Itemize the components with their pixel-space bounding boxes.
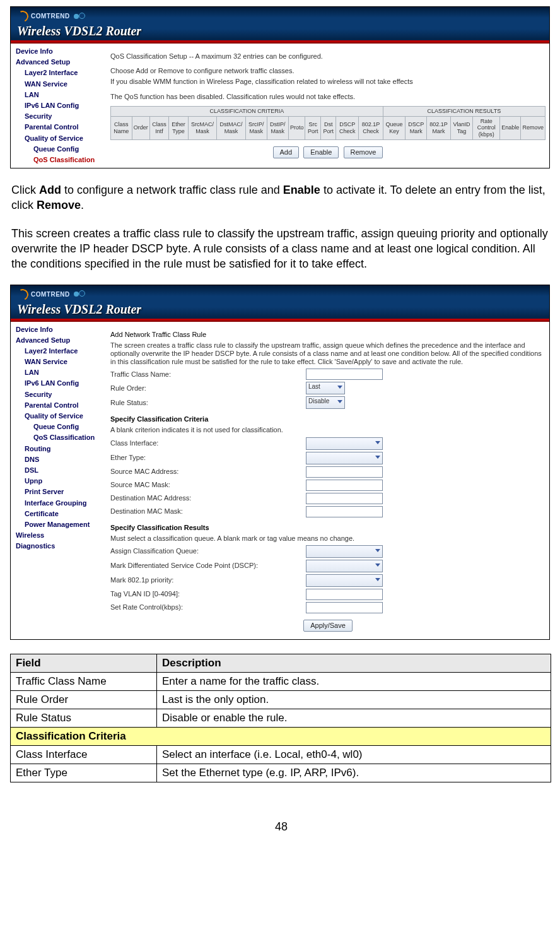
brand-name: COMTREND xyxy=(31,291,70,298)
nav-qos[interactable]: Quality of Service xyxy=(12,411,105,422)
lbl-acq: Assign Classification Queue: xyxy=(110,547,306,555)
col-dstmac: DstMAC/ Mask xyxy=(217,116,246,139)
input-vlan[interactable] xyxy=(306,589,383,600)
nav-advanced-setup[interactable]: Advanced Setup xyxy=(12,57,105,68)
nav-security[interactable]: Security xyxy=(12,389,105,400)
cell-desc: Disable or enable the rule. xyxy=(157,709,551,728)
nav-cert[interactable]: Certificate xyxy=(12,509,105,519)
main-panel: QoS Classification Setup -- A maximum 32… xyxy=(105,44,549,166)
nav-wan[interactable]: WAN Service xyxy=(12,357,105,367)
nav-device-info[interactable]: Device Info xyxy=(12,46,105,57)
lbl-ro: Rule Order: xyxy=(110,384,306,392)
nav-dns[interactable]: DNS xyxy=(12,454,105,465)
nav-lan[interactable]: LAN xyxy=(12,367,105,378)
th-field: Field xyxy=(11,654,157,673)
input-rate[interactable] xyxy=(306,602,383,613)
panel-line1: Choose Add or Remove to configure networ… xyxy=(110,67,545,75)
select-dscp[interactable] xyxy=(306,560,383,572)
nav-upnp[interactable]: Upnp xyxy=(12,476,105,487)
cell-field: Traffic Class Name xyxy=(11,673,157,691)
select-8021p[interactable] xyxy=(306,574,383,587)
bold-add: Add xyxy=(39,184,61,196)
col-srcmac: SrcMAC/ Mask xyxy=(188,116,217,139)
input-dmac[interactable] xyxy=(306,493,383,504)
nav-ipv6[interactable]: IPv6 LAN Config xyxy=(12,100,105,111)
nav-parental[interactable]: Parental Control xyxy=(12,122,105,133)
bold-enable: Enable xyxy=(283,184,320,196)
col-8021pmark: 802.1P Mark xyxy=(427,116,451,139)
select-et[interactable] xyxy=(306,452,383,464)
nav-wireless[interactable]: Wireless xyxy=(12,530,105,541)
nav-qos-classification[interactable]: QoS Classification xyxy=(12,155,105,165)
lbl-ci: Class Interface: xyxy=(110,439,306,447)
enable-button[interactable]: Enable xyxy=(303,146,339,158)
input-smask[interactable] xyxy=(306,480,383,491)
table-row: Rule StatusDisable or enable the rule. xyxy=(11,709,551,728)
panel-heading: QoS Classification Setup -- A maximum 32… xyxy=(110,52,545,61)
product-title: Wireless VDSL2 Router xyxy=(17,23,543,38)
select-ci[interactable] xyxy=(306,437,383,450)
nav-security[interactable]: Security xyxy=(12,111,105,122)
nav-dsl[interactable]: DSL xyxy=(12,465,105,476)
nav-diag[interactable]: Diagnostics xyxy=(12,541,105,552)
lbl-vlan: Tag VLAN ID [0-4094]: xyxy=(110,590,306,598)
header-stripe xyxy=(11,319,549,322)
nav-qos[interactable]: Quality of Service xyxy=(12,133,105,144)
nav-ipv6[interactable]: IPv6 LAN Config xyxy=(12,378,105,389)
table-row: Traffic Class NameEnter a name for the t… xyxy=(11,673,551,691)
txt: Click xyxy=(11,184,39,196)
nav-wan[interactable]: WAN Service xyxy=(12,79,105,90)
nav-layer2[interactable]: Layer2 Interface xyxy=(12,346,105,357)
cell-field: Class Interface xyxy=(11,746,157,764)
remove-button[interactable]: Remove xyxy=(344,146,383,158)
sect-criteria: Specify Classification Criteria xyxy=(110,415,545,423)
apply-save-button[interactable]: Apply/Save xyxy=(303,620,353,632)
add-button[interactable]: Add xyxy=(273,146,300,158)
lbl-8021p: Mark 802.1p priority: xyxy=(110,576,306,584)
page-number: 48 xyxy=(10,820,552,834)
lbl-rs: Rule Status: xyxy=(110,399,306,407)
cell-desc: Select an interface (i.e. Local, eth0-4,… xyxy=(157,746,551,764)
nav-device-info[interactable]: Device Info xyxy=(12,324,105,335)
nav-parental[interactable]: Parental Control xyxy=(12,400,105,411)
nav-queue-config[interactable]: Queue Config xyxy=(12,422,105,432)
cell-desc: Enter a name for the traffic class. xyxy=(157,673,551,691)
lbl-dscp: Mark Differentiated Service Code Point (… xyxy=(110,562,306,570)
panel-line3: The QoS function has been disabled. Clas… xyxy=(110,93,545,101)
nav-print[interactable]: Print Server xyxy=(12,487,105,497)
nav-advanced-setup[interactable]: Advanced Setup xyxy=(12,335,105,346)
col-srcip: SrcIP/ Mask xyxy=(245,116,267,139)
nav-queue-config[interactable]: Queue Config xyxy=(12,144,105,155)
brand-dots-icon xyxy=(74,290,85,298)
select-acq[interactable] xyxy=(306,545,383,558)
input-dmask[interactable] xyxy=(306,506,383,517)
nav-routing[interactable]: Routing xyxy=(12,444,105,454)
cell-field: Rule Status xyxy=(11,709,157,728)
sect-results: Specify Classification Results xyxy=(110,524,545,532)
select-rs[interactable]: Disable xyxy=(306,396,345,409)
cell-field: Rule Order xyxy=(11,691,157,709)
bold-remove: Remove xyxy=(37,199,81,211)
col-vlanid: VlanID Tag xyxy=(450,116,472,139)
panel-line2: If you disable WMM function in Wireless … xyxy=(110,78,545,86)
input-tcn[interactable] xyxy=(306,369,383,380)
field-description-table: Field Description Traffic Class NameEnte… xyxy=(10,654,551,782)
nav-intf-group[interactable]: Interface Grouping xyxy=(12,498,105,509)
txt: . xyxy=(81,199,84,211)
brand-dots-icon xyxy=(74,13,85,21)
txt: to configure a network traffic class rul… xyxy=(61,184,283,196)
brand-swirl-icon xyxy=(15,9,30,23)
nav-sidebar: Device Info Advanced Setup Layer2 Interf… xyxy=(11,322,105,555)
lbl-et: Ether Type: xyxy=(110,454,306,462)
nav-layer2[interactable]: Layer2 Interface xyxy=(12,68,105,78)
select-ro[interactable]: Last xyxy=(306,382,345,394)
cell-desc: Last is the only option. xyxy=(157,691,551,709)
input-smac[interactable] xyxy=(306,466,383,478)
nav-qos-classification[interactable]: QoS Classification xyxy=(12,432,105,443)
nav-power[interactable]: Power Management xyxy=(12,519,105,530)
col-enable: Enable xyxy=(500,116,521,139)
nav-lan[interactable]: LAN xyxy=(12,90,105,100)
sect-results-sub: Must select a classification queue. A bl… xyxy=(110,534,545,543)
screenshot-qos-list: COMTREND Wireless VDSL2 Router Device In… xyxy=(10,6,550,168)
lbl-smask: Source MAC Mask: xyxy=(110,481,306,489)
